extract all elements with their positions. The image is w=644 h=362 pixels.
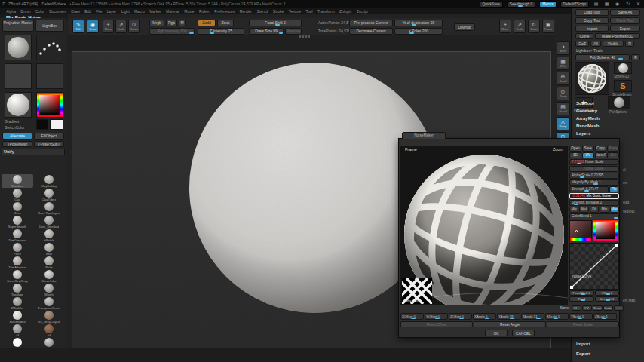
paste-tool-button[interactable]: Paste Tool (610, 17, 640, 24)
strength-plug-button[interactable]: Plu (609, 186, 618, 192)
rgb-toggle[interactable]: Rgb (166, 20, 177, 26)
palette-icon[interactable]: ▤ (593, 1, 600, 7)
unwrap-button[interactable]: Unwrap (454, 23, 475, 31)
tray-item[interactable]: Standard (2, 174, 33, 188)
transform-slider[interactable]: ZOffset 0 (449, 313, 472, 320)
user-icon[interactable]: ◉ (614, 1, 621, 7)
noise-color2-picker[interactable] (593, 220, 618, 241)
current-stroke-thumbnail[interactable] (36, 35, 63, 60)
quicksave-button[interactable]: QuickSave (480, 1, 503, 8)
gizmo-button[interactable]: ▣ Frame (542, 20, 554, 33)
palette-section-header[interactable]: Geometry (576, 109, 597, 113)
close-icon[interactable]: ✕ (635, 1, 642, 7)
tray-item[interactable]: TrimAdaptive (2, 256, 33, 269)
sync-icon[interactable]: ↻ (624, 1, 631, 7)
reset-button[interactable]: Reset Offset (400, 321, 473, 327)
menu-item[interactable]: Alpha (4, 9, 18, 14)
menu-item[interactable]: Stroke (271, 9, 287, 14)
reset-button[interactable]: Reset Angle (474, 321, 546, 327)
noise-mini-slider[interactable]: Tile 1 (569, 296, 594, 302)
menu-item[interactable]: Transform (315, 9, 337, 14)
menu-item[interactable]: Preferences (212, 9, 237, 14)
menu-item[interactable]: Stencil (254, 9, 270, 14)
menu-item[interactable]: Zscript (354, 9, 370, 14)
noise-file-button[interactable]: Open (569, 146, 581, 152)
load-tool-button[interactable]: Load Tool (575, 9, 609, 16)
palette-section-header[interactable]: Layers (576, 131, 590, 136)
cancel-button[interactable]: CANCEL (512, 330, 535, 336)
polysphere-thumbnail[interactable] (608, 96, 630, 109)
tray-palette-menu-icon[interactable]: ⋯ (59, 149, 63, 155)
secondary-color-swatch[interactable] (50, 119, 63, 130)
tray-item[interactable]: CurveStripSnap (2, 269, 33, 283)
goz-button[interactable]: GoZ (575, 41, 589, 47)
zsub-toggle[interactable]: Zsub (217, 20, 234, 26)
tray-item[interactable]: Pinch (2, 242, 33, 256)
import-tool-button[interactable]: Import (575, 26, 609, 32)
tpose-mesh-button[interactable]: TPoseMesh (2, 141, 32, 147)
strength-by-mask-slider[interactable]: Strength By Mask 0 (569, 200, 619, 206)
mrgb-toggle[interactable]: Mrgb (149, 20, 164, 26)
scale-mode-button[interactable]: ⇗ Scale (115, 20, 127, 33)
noise-mini-slider[interactable]: Offset 0 (595, 290, 620, 296)
current-brush-thumbnail[interactable] (5, 35, 32, 60)
projection-master-button[interactable]: Projection Master (2, 20, 34, 32)
rgb-intensity-slider[interactable]: Rgb Intensity 100 (149, 28, 195, 35)
default-zscript-button[interactable]: DefaultZScript (560, 1, 589, 8)
export-tool-button[interactable]: Export (610, 26, 640, 32)
copy-tool-button[interactable]: Copy Tool (575, 17, 609, 24)
decimate-button[interactable]: Decimate Current (349, 28, 393, 35)
transform-slider[interactable]: YScale 1 (569, 313, 593, 320)
tray-item[interactable]: Morph (33, 283, 65, 296)
current-alpha-thumbnail[interactable] (5, 63, 32, 89)
tray-item[interactable]: TrimDynamic (2, 229, 33, 242)
hue-strip[interactable] (570, 238, 591, 241)
tray-item[interactable]: Topology (2, 283, 33, 296)
goz-all-button[interactable]: All (590, 41, 601, 47)
preview-nav-button[interactable]: FV (582, 305, 592, 311)
alternate-toggle[interactable]: Alternate (2, 133, 32, 140)
color-picker-sv-area[interactable] (39, 95, 60, 115)
tool-slider[interactable]: PolySphere. 48 (575, 54, 630, 60)
view-option-button[interactable]: △ Persp (557, 117, 570, 130)
menu-item[interactable]: Layer (105, 9, 119, 14)
preview-nav-button[interactable]: SH (572, 305, 581, 311)
color-picker[interactable] (36, 92, 63, 118)
menu-item[interactable]: Document (47, 9, 69, 14)
noise-mode-toggle[interactable]: 3D (569, 152, 581, 158)
palette-section-header[interactable]: Import (576, 342, 590, 346)
gradient-label[interactable]: Gradient (5, 119, 19, 124)
noise-curve-button[interactable]: Noise Curve (569, 166, 619, 172)
menu-item[interactable]: Marker (147, 9, 164, 14)
colorblend-slider[interactable]: ColorBlend 1 (569, 213, 619, 219)
brush-config-icon[interactable]: ▦ (603, 1, 610, 7)
goz-visible-button[interactable]: Visible (603, 41, 624, 47)
tray-item[interactable]: RS_GreyClayDo (33, 310, 65, 324)
noise-mode-toggle[interactable]: NoisePlug (595, 152, 607, 158)
palette-section-header[interactable]: ArrayMesh (576, 116, 600, 121)
preview-nav-button[interactable]: Reset (593, 305, 603, 311)
m-toggle[interactable]: M (179, 20, 186, 26)
draw-size-slider[interactable]: Draw Size 99 (249, 28, 284, 35)
noise-file-button[interactable]: Save (582, 146, 594, 152)
zoom-button[interactable]: Zoom (553, 147, 563, 152)
lightbox-tools-label[interactable]: Lightbox> Tools (576, 48, 603, 53)
transform-slider[interactable]: XOffset 0 (400, 313, 424, 320)
menu-item[interactable]: Render (237, 9, 254, 14)
menu-item[interactable]: Draw (69, 9, 82, 14)
view-option-button[interactable]: ⊕ Scroll (557, 72, 570, 85)
save-as-button[interactable]: Save As (610, 9, 640, 16)
transform-slider[interactable]: ZAngle 51 (521, 313, 544, 320)
noise-mode-toggle[interactable]: UV (582, 152, 594, 158)
menu-item[interactable]: Material (164, 9, 182, 14)
blend-mode-toggle[interactable]: Mix (569, 207, 578, 213)
tray-item[interactable]: Rake (33, 256, 65, 269)
menu-item[interactable]: Light (118, 9, 131, 14)
remove-button[interactable]: Remove (285, 28, 302, 35)
zadd-toggle[interactable]: Zadd (198, 20, 216, 26)
magnify-by-mask-slider[interactable]: Magnify By Mask 1 (569, 179, 619, 186)
goz-r-button[interactable]: R (625, 41, 634, 47)
tpose-sub-button[interactable]: TPose>SubT (34, 141, 64, 147)
tray-item[interactable]: z3 (2, 324, 33, 337)
palette-section-header[interactable]: NanoMesh (576, 124, 599, 128)
